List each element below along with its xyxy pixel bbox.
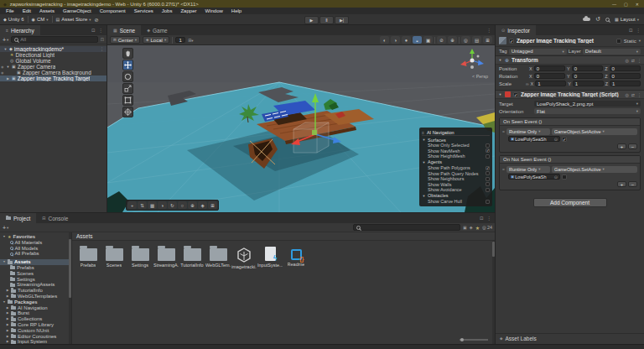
- event-mode-dropdown[interactable]: Runtime Only▾: [506, 128, 550, 135]
- audio-toggle-icon[interactable]: ▣: [423, 36, 433, 44]
- hierarchy-row-volume[interactable]: ◎ Global Volume: [0, 58, 106, 64]
- scene-viewport[interactable]: < Persp ≡ AI Navigation ▼Surfaces Show O…: [107, 45, 495, 212]
- menu-file[interactable]: File: [2, 8, 18, 14]
- asset-item-readme[interactable]: {} Readme: [283, 247, 309, 269]
- tag-dropdown[interactable]: Untagged▾: [509, 49, 567, 55]
- tree-packages-root[interactable]: ▼Packages: [0, 300, 71, 305]
- menu-component[interactable]: Component: [96, 8, 130, 14]
- asset-item-tutorialinfo[interactable]: TutorialInfo: [179, 247, 205, 269]
- menu-zapper[interactable]: Zapper: [176, 8, 200, 14]
- kebab-menu-icon[interactable]: ⋮: [637, 58, 641, 63]
- camera-overlay-icon[interactable]: ◎: [461, 36, 470, 44]
- more-options-icon[interactable]: ⇄: [631, 92, 635, 97]
- overlay-tool-ic[interactable]: ◑: [158, 201, 167, 209]
- overlay-tool-icon[interactable]: ⊞: [208, 201, 217, 209]
- asset-labels-bar[interactable]: ◆ Asset Labels: [496, 333, 644, 343]
- setactive-value-checkbox[interactable]: [562, 174, 567, 180]
- scene-filter-icon[interactable]: ⊡: [101, 37, 104, 42]
- tab-game[interactable]: ◈ Game: [141, 25, 174, 35]
- overlay-tool-icon[interactable]: ⇅: [138, 201, 147, 209]
- ai-nav-header[interactable]: ≡ AI Navigation: [422, 129, 490, 136]
- object-picker-icon[interactable]: ⊙: [554, 137, 558, 142]
- tree-folder-webgltemplates[interactable]: ▶WebGLTemplates: [0, 294, 71, 300]
- scale-link-icon[interactable]: ∞: [526, 81, 529, 86]
- kebab-menu-icon[interactable]: ⋮: [487, 216, 492, 221]
- maximize-button[interactable]: ▢: [624, 2, 628, 7]
- project-search[interactable]: [353, 224, 460, 231]
- checkbox[interactable]: [486, 171, 490, 175]
- pivot-dropdown[interactable]: ⊞ Center▾: [110, 36, 140, 44]
- menu-gameobject[interactable]: GameObject: [59, 8, 96, 14]
- tab-console[interactable]: ⊟ Console: [36, 213, 74, 223]
- asset-item-streamingassets[interactable]: StreamingA...: [153, 247, 179, 269]
- event-mode-dropdown[interactable]: Runtime Only▾: [506, 166, 550, 173]
- ai-nav-item[interactable]: Show NavMesh✓: [422, 148, 490, 154]
- cloud-upload-icon[interactable]: [583, 18, 590, 21]
- gizmos-dropdown-icon[interactable]: ⊞: [483, 36, 492, 44]
- menu-edit[interactable]: Edit: [18, 8, 35, 14]
- more-options-icon[interactable]: ⇄: [631, 58, 635, 63]
- setactive-value-checkbox[interactable]: ✓: [562, 137, 567, 142]
- rotation-x-field[interactable]: 0: [534, 73, 565, 79]
- kebab-menu-icon[interactable]: ⋮: [100, 46, 106, 52]
- script-component-header[interactable]: ▼ ✓ Zapper Image Tracking Target (Script…: [496, 90, 644, 99]
- rotation-y-field[interactable]: 0: [572, 73, 603, 79]
- hierarchy-search[interactable]: [11, 36, 97, 43]
- ai-nav-item[interactable]: Show Carve Hull: [422, 199, 490, 205]
- presets-icon[interactable]: ◎: [625, 58, 628, 63]
- script-enabled-checkbox[interactable]: ✓: [513, 92, 518, 97]
- checkbox[interactable]: ✓: [486, 148, 490, 153]
- active-checkbox[interactable]: ✓: [509, 39, 514, 44]
- tree-folder-streamingassets[interactable]: StreamingAssets: [0, 282, 71, 288]
- hierarchy-row-tracking-target[interactable]: ▶ ▣ Zapper Image Tracking Target: [0, 76, 106, 81]
- asset-store-dropdown[interactable]: ▤ Asset Store▾: [56, 17, 91, 22]
- pause-button[interactable]: Ⅱ: [319, 16, 334, 24]
- menu-help[interactable]: Help: [227, 8, 246, 14]
- hierarchy-row-camera-bg[interactable]: ◉ ▣ Zapper Camera Background: [0, 70, 106, 76]
- checkbox[interactable]: [486, 143, 490, 148]
- tree-folder-tutorialinfo[interactable]: ▶TutorialInfo: [0, 288, 71, 294]
- layout-dropdown[interactable]: ▦ Layout▾: [615, 17, 639, 22]
- undo-history-icon[interactable]: ↺: [595, 16, 600, 23]
- search-by-type-icon[interactable]: ▣: [463, 225, 467, 230]
- search-by-label-icon[interactable]: ◈: [470, 225, 473, 230]
- kebab-menu-icon[interactable]: ⋮: [99, 28, 104, 33]
- overlay-tool-icon[interactable]: ▦: [148, 201, 157, 209]
- hidden-packages-count[interactable]: ◎24: [482, 225, 492, 230]
- add-event-button[interactable]: +: [617, 143, 626, 149]
- content-scrollbar[interactable]: [492, 241, 495, 345]
- target-dropdown[interactable]: LowPolyShack_2.png.zpt▾: [534, 101, 641, 107]
- rotation-z-field[interactable]: 0: [610, 73, 641, 79]
- asset-item-settings[interactable]: Settings: [127, 247, 153, 269]
- event-target-object-field[interactable]: ▣ LowPolySeaSh ⊙: [508, 174, 560, 180]
- project-add-button[interactable]: +▾: [3, 225, 8, 231]
- layer-dropdown[interactable]: Default▾: [583, 49, 641, 55]
- ai-nav-item[interactable]: Show Avoidance: [422, 187, 490, 193]
- overlay-tool-icon[interactable]: ⊕: [188, 201, 197, 209]
- snap-grid-icon[interactable]: ⊞▾: [188, 38, 193, 43]
- remove-event-button[interactable]: −: [628, 181, 637, 187]
- tree-pkg-ai-navigation[interactable]: ▶AI Navigation: [0, 305, 71, 311]
- tab-inspector[interactable]: ⊙ Inspector: [496, 25, 536, 35]
- visibility-icon[interactable]: ◉: [1, 70, 4, 76]
- orientation-dropdown[interactable]: Flat▾: [534, 108, 641, 114]
- menu-window[interactable]: Window: [200, 8, 226, 14]
- ai-nav-item[interactable]: Show HeightMesh: [422, 154, 490, 159]
- asset-item-scene-file[interactable]: imagetracki...: [231, 247, 257, 269]
- shading-mode-icon[interactable]: ◐: [380, 36, 389, 44]
- overlay-tool-icon[interactable]: ↻: [168, 201, 177, 209]
- tab-hierarchy[interactable]: ≡ Hierarchy: [0, 25, 40, 35]
- tree-pkg-core-rp[interactable]: ▶Core RP Library: [0, 322, 71, 328]
- checkbox[interactable]: [486, 200, 490, 204]
- checkbox[interactable]: [486, 188, 490, 192]
- minimize-button[interactable]: —: [612, 2, 616, 7]
- tree-pkg-burst[interactable]: ▶Burst: [0, 310, 71, 316]
- tree-all-prefabs[interactable]: All Prefabs: [0, 251, 71, 257]
- scale-x-field[interactable]: 1: [535, 81, 566, 86]
- tree-folder-prefabs[interactable]: Prefabs: [0, 265, 71, 271]
- tree-assets-root[interactable]: ▼Assets: [0, 259, 71, 265]
- tree-scrollbar[interactable]: [69, 232, 71, 345]
- effects-toggle-icon[interactable]: ◒: [413, 36, 422, 44]
- overlay-tool-icon[interactable]: +: [127, 201, 137, 209]
- position-x-field[interactable]: 0: [534, 65, 565, 71]
